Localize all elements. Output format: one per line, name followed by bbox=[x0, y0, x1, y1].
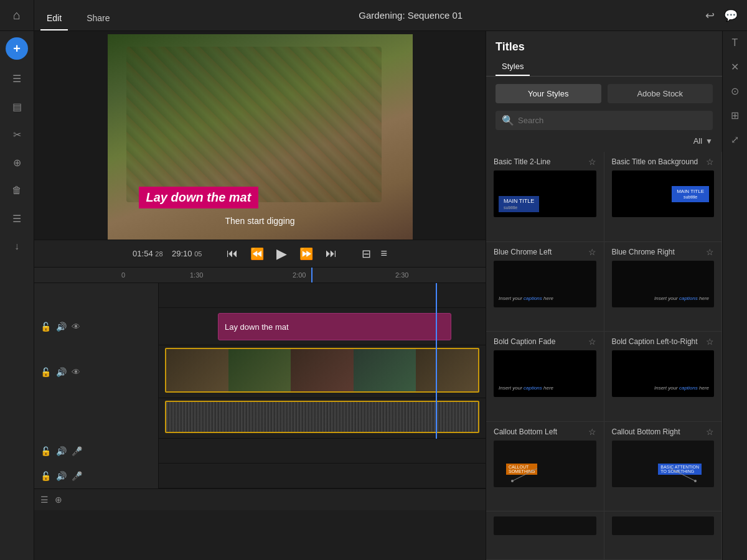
track-controls-title: 🔓 🔊 👁 bbox=[34, 308, 159, 345]
title-item-label-calloutbl: Callout Bottom Left ☆ bbox=[494, 427, 596, 437]
sidebar-arrow-icon[interactable]: ↓ bbox=[0, 237, 34, 256]
titles-panel: Titles Styles Your Styles Adobe Stock 🔍 … bbox=[486, 31, 722, 560]
mic-icon-a3[interactable]: 🎤 bbox=[72, 471, 82, 481]
title-item-calloutbl[interactable]: Callout Bottom Left ☆ CALLOUTSOMETHING bbox=[486, 422, 604, 512]
comment-icon[interactable]: 💬 bbox=[724, 9, 738, 22]
sidebar-delete-icon[interactable]: 🗑 bbox=[0, 181, 34, 200]
sidebar-menu-icon[interactable]: ☰ bbox=[0, 69, 34, 88]
track-controls-audio bbox=[34, 398, 159, 439]
title-item-label-boldfade: Bold Caption Fade ☆ bbox=[494, 337, 596, 347]
sidebar-scissors-icon[interactable]: ✂ bbox=[0, 125, 34, 144]
track-row-empty-1 bbox=[34, 283, 486, 308]
titles-panel-icon[interactable]: T bbox=[732, 37, 738, 49]
track-controls-audio2: 🔓 🔊 🎤 bbox=[34, 439, 159, 464]
filter-chevron-icon[interactable]: ▼ bbox=[705, 137, 713, 146]
clip-view-button[interactable]: ⊟ bbox=[362, 247, 371, 261]
thumb-inner-bar: MAIN TITLEsubtitle bbox=[499, 196, 539, 212]
timeline-ruler: 0 1:30 2:00 2:30 bbox=[34, 268, 486, 283]
export-panel-icon[interactable]: ⤢ bbox=[731, 134, 739, 146]
title-thumbnail-blueright: Insert your captions here bbox=[612, 261, 715, 307]
title-item-more1[interactable] bbox=[486, 511, 604, 560]
lock-icon-video[interactable]: 🔓 bbox=[40, 367, 51, 377]
track-row-audio bbox=[34, 398, 486, 439]
settings-button[interactable]: ≡ bbox=[380, 247, 387, 261]
track-row-video: 🔓 🔊 👁 bbox=[34, 345, 486, 398]
title-thumbnail-more1 bbox=[494, 516, 596, 535]
filter-label: All bbox=[693, 136, 702, 146]
add-button[interactable]: + bbox=[6, 37, 28, 60]
step-forward-button[interactable]: ⏩ bbox=[299, 247, 313, 261]
tab-share[interactable]: Share bbox=[80, 4, 116, 30]
mic-icon-a2[interactable]: 🎤 bbox=[72, 446, 82, 456]
tab-styles[interactable]: Styles bbox=[496, 57, 530, 76]
timeline-tracks: 🔓 🔊 👁 Lay down the mat 🔓 🔊 👁 bbox=[34, 283, 486, 488]
playhead-video-track bbox=[436, 345, 437, 398]
skip-to-start-button[interactable]: ⏮ bbox=[227, 247, 238, 260]
vol-icon-a3[interactable]: 🔊 bbox=[56, 471, 67, 481]
vol-icon-a2[interactable]: 🔊 bbox=[56, 446, 67, 456]
lock-icon-title[interactable]: 🔓 bbox=[40, 322, 51, 332]
timeline-area: 0 1:30 2:00 2:30 bbox=[34, 268, 486, 560]
search-input[interactable] bbox=[518, 116, 707, 125]
track-row-audio3: 🔓 🔊 🎤 bbox=[34, 464, 486, 488]
sidebar-add-clip-icon[interactable]: ⊕ bbox=[0, 153, 34, 172]
title-item-boldfade[interactable]: Bold Caption Fade ☆ Insert your captions… bbox=[486, 332, 604, 422]
title-item-blueright[interactable]: Blue Chrome Right ☆ Insert your captions… bbox=[604, 242, 723, 332]
right-icons-sidebar: T ✕ ⊙ ⊞ ⤢ bbox=[722, 31, 747, 560]
skip-to-end-button[interactable]: ⏭ bbox=[326, 247, 337, 260]
sidebar-layout-icon[interactable]: ▤ bbox=[0, 97, 34, 116]
favorite-button-boldfade[interactable]: ☆ bbox=[588, 337, 596, 347]
favorite-button-basicbg[interactable]: ☆ bbox=[706, 157, 714, 167]
bottom-toolbar: ☰ ⊕ bbox=[34, 488, 486, 510]
ruler-mark-0: 0 bbox=[121, 271, 125, 279]
title-thumbnail-basic2line: MAIN TITLEsubtitle bbox=[494, 170, 596, 217]
favorite-button-calloutbl[interactable]: ☆ bbox=[588, 427, 596, 437]
panel-tabs: Styles bbox=[486, 57, 722, 77]
track-content-title: Lay down the mat bbox=[159, 308, 486, 345]
play-button[interactable]: ▶ bbox=[276, 246, 287, 262]
bottom-add-icon[interactable]: ⊕ bbox=[55, 495, 62, 505]
title-clip[interactable]: Lay down the mat bbox=[218, 313, 451, 340]
title-item-label: Basic Title 2-Line ☆ bbox=[494, 157, 596, 167]
video-preview: Lay down the mat Then start digging bbox=[108, 34, 413, 240]
lock-icon-a3[interactable]: 🔓 bbox=[40, 471, 51, 481]
audio-icon-video[interactable]: 🔊 bbox=[56, 367, 67, 377]
eye-icon-video[interactable]: 👁 bbox=[72, 367, 80, 377]
effects-panel-icon[interactable]: ✕ bbox=[731, 61, 739, 73]
filter-row: All ▼ bbox=[486, 136, 722, 152]
audio-icon-title[interactable]: 🔊 bbox=[56, 322, 67, 332]
step-back-button[interactable]: ⏪ bbox=[250, 247, 264, 261]
svg-line-2 bbox=[670, 469, 695, 481]
eye-icon-title[interactable]: 👁 bbox=[72, 322, 80, 332]
title-item-calloutbr[interactable]: Callout Bottom Right ☆ BASIC ATTENTIONTO… bbox=[604, 422, 723, 512]
title-item-label-blueleft: Blue Chrome Left ☆ bbox=[494, 247, 596, 257]
ruler-mark-130: 1:30 bbox=[190, 271, 203, 279]
undo-icon[interactable]: ↩ bbox=[705, 9, 715, 22]
tab-edit[interactable]: Edit bbox=[40, 4, 68, 30]
title-item-more2[interactable] bbox=[604, 511, 723, 560]
favorite-button-blueleft[interactable]: ☆ bbox=[588, 247, 596, 257]
color-panel-icon[interactable]: ⊙ bbox=[731, 85, 739, 97]
title-item-boldlr[interactable]: Bold Caption Left-to-Right ☆ Insert your… bbox=[604, 332, 723, 422]
lock-icon-a2[interactable]: 🔓 bbox=[40, 446, 51, 456]
home-button[interactable]: ⌂ bbox=[0, 0, 34, 31]
title-thumbnail-calloutbl: CALLOUTSOMETHING bbox=[494, 441, 596, 487]
favorite-button[interactable]: ☆ bbox=[588, 157, 596, 167]
track-content-empty-1 bbox=[159, 283, 486, 308]
favorite-button-blueright[interactable]: ☆ bbox=[706, 247, 714, 257]
adobe-stock-button[interactable]: Adobe Stock bbox=[608, 84, 713, 103]
title-item-blueleft[interactable]: Blue Chrome Left ☆ Insert your captions … bbox=[486, 242, 604, 332]
title-item-label-blueright: Blue Chrome Right ☆ bbox=[612, 247, 715, 257]
title-item-basic2line[interactable]: Basic Title 2-Line ☆ MAIN TITLEsubtitle bbox=[486, 152, 604, 242]
title-item-label-boldlr: Bold Caption Left-to-Right ☆ bbox=[612, 337, 715, 347]
bottom-list-icon[interactable]: ☰ bbox=[40, 495, 49, 505]
top-right-actions: ↩ 💬 bbox=[705, 9, 747, 22]
sidebar-list-icon[interactable]: ☰ bbox=[0, 209, 34, 228]
title-item-basicbg[interactable]: Basic Title on Background ☆ MAIN TITLEsu… bbox=[604, 152, 723, 242]
video-clip[interactable] bbox=[165, 348, 479, 393]
audio-panel-icon[interactable]: ⊞ bbox=[731, 110, 739, 121]
favorite-button-calloutbr[interactable]: ☆ bbox=[706, 427, 714, 437]
your-styles-button[interactable]: Your Styles bbox=[496, 84, 601, 103]
favorite-button-boldlr[interactable]: ☆ bbox=[706, 337, 714, 347]
audio-waveform bbox=[165, 401, 479, 433]
